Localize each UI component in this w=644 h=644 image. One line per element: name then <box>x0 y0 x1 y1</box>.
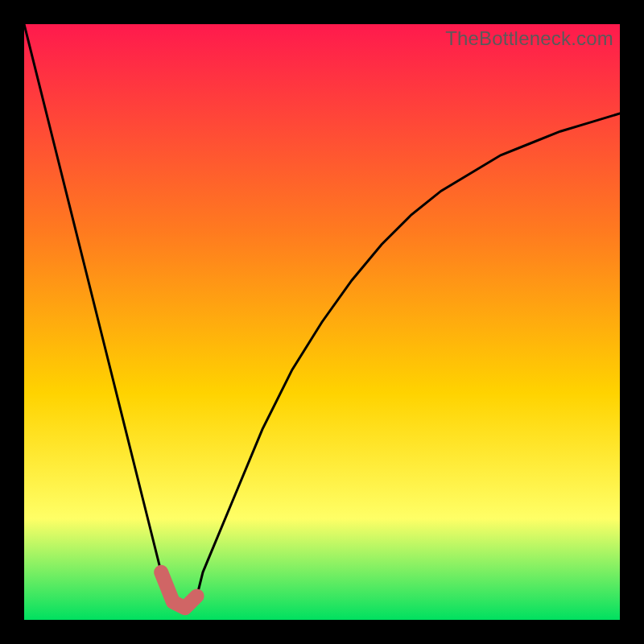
watermark-text: TheBottleneck.com <box>445 27 613 50</box>
chart-frame: TheBottleneck.com <box>24 24 620 620</box>
bottleneck-plot <box>24 24 620 620</box>
